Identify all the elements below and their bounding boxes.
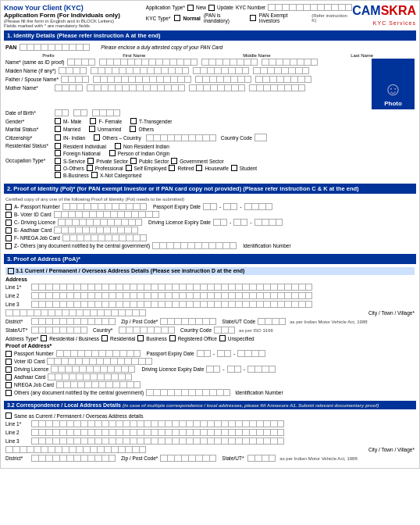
poa-passport-exp-d[interactable]: [197, 350, 211, 357]
passport-expiry-m[interactable]: [223, 203, 237, 210]
update-checkbox[interactable]: [208, 5, 215, 11]
normal-checkbox[interactable]: [174, 15, 180, 21]
maiden-prefix-input[interactable]: [59, 67, 87, 74]
pan-exempt-checkbox[interactable]: [250, 15, 256, 21]
housewife-checkbox[interactable]: [196, 165, 202, 171]
poa-aadhaar-checkbox[interactable]: [5, 374, 12, 380]
last-name-input[interactable]: [262, 59, 318, 66]
first-name-input[interactable]: [99, 59, 198, 66]
s-service-checkbox[interactable]: [55, 158, 61, 164]
dob-m1[interactable]: [73, 109, 87, 116]
driving-checkbox[interactable]: [5, 220, 12, 226]
aadhaar-checkbox[interactable]: [5, 227, 12, 234]
others-poi-checkbox[interactable]: [5, 243, 12, 249]
public-sector-checkbox[interactable]: [130, 158, 137, 164]
non-resident-checkbox[interactable]: [115, 143, 121, 149]
self-employed-checkbox[interactable]: [126, 165, 132, 171]
poa-others-input[interactable]: [146, 389, 230, 396]
addr-line2-input[interactable]: [31, 292, 312, 299]
driving-expiry-d[interactable]: [213, 219, 227, 226]
b-business-checkbox[interactable]: [55, 172, 61, 178]
district-input[interactable]: [31, 318, 116, 325]
person-indian-origin-checkbox[interactable]: [109, 150, 116, 156]
mother-middle-input[interactable]: [189, 84, 245, 91]
dob-d1[interactable]: [55, 109, 69, 116]
corr-line1-input[interactable]: [31, 420, 284, 427]
country-name-input[interactable]: [146, 134, 216, 141]
nrega-checkbox[interactable]: [5, 235, 12, 241]
nrega-input[interactable]: [62, 234, 147, 241]
passport-expiry-y[interactable]: [244, 203, 272, 210]
addr-line3-input[interactable]: [31, 301, 312, 308]
state-input[interactable]: [31, 327, 87, 334]
corr-line2-input[interactable]: [31, 429, 284, 436]
pan-input[interactable]: [20, 44, 90, 51]
x-not-checkbox[interactable]: [91, 172, 98, 178]
state-ut-code-input[interactable]: [258, 318, 286, 325]
corr-district-input[interactable]: [31, 455, 116, 462]
mother-last-input[interactable]: [249, 84, 305, 91]
country-code-input[interactable]: [254, 134, 267, 141]
same-as-checkbox[interactable]: [5, 412, 12, 419]
poa-driving-exp-y[interactable]: [247, 366, 276, 373]
in-indian-checkbox[interactable]: [55, 134, 61, 141]
section3-1-checkbox[interactable]: [8, 268, 14, 274]
poa-voter-input[interactable]: [47, 358, 152, 365]
resident-individual-checkbox[interactable]: [55, 143, 61, 149]
father-middle-input[interactable]: [195, 76, 251, 83]
foreign-national-checkbox[interactable]: [55, 150, 61, 156]
corr-state-input[interactable]: [247, 455, 276, 462]
middle-name-input[interactable]: [201, 59, 258, 66]
dob-y1[interactable]: [92, 109, 120, 116]
professional-checkbox[interactable]: [87, 165, 93, 171]
others-marital-checkbox[interactable]: [130, 126, 136, 132]
driving-expiry-y[interactable]: [254, 219, 283, 226]
aadhaar-input[interactable]: [54, 227, 138, 234]
passport-checkbox[interactable]: [5, 204, 12, 210]
unspecified-checkbox[interactable]: [219, 335, 226, 341]
passport-number-input[interactable]: [62, 203, 147, 210]
residential-only-checkbox[interactable]: [101, 335, 108, 341]
unmarried-checkbox[interactable]: [89, 126, 95, 132]
maiden-name-input[interactable]: [91, 67, 189, 74]
retired-checkbox[interactable]: [169, 165, 175, 171]
others-country-checkbox[interactable]: [94, 134, 100, 141]
registered-office-checkbox[interactable]: [169, 335, 176, 341]
poa-driving-exp-d[interactable]: [206, 366, 220, 373]
poa-voter-checkbox[interactable]: [5, 359, 12, 365]
mother-name-input[interactable]: [87, 84, 185, 91]
city-input[interactable]: [5, 309, 366, 316]
poa-passport-input[interactable]: [56, 350, 141, 357]
poa-driving-checkbox[interactable]: [5, 366, 12, 373]
poa-others-checkbox[interactable]: [5, 390, 12, 396]
poa-nrega-input[interactable]: [56, 381, 141, 388]
others-input[interactable]: [152, 242, 237, 249]
prefix-input[interactable]: [67, 59, 95, 66]
maiden-middle-input[interactable]: [193, 67, 249, 74]
poa-passport-exp-m[interactable]: [217, 350, 231, 357]
zip-input[interactable]: [160, 318, 216, 325]
father-name-input[interactable]: [93, 76, 191, 83]
female-checkbox[interactable]: [90, 118, 96, 124]
private-sector-checkbox[interactable]: [87, 158, 94, 164]
o-others-checkbox[interactable]: [55, 165, 61, 171]
voter-input[interactable]: [54, 211, 159, 218]
transgender-checkbox[interactable]: [130, 118, 137, 124]
married-checkbox[interactable]: [55, 126, 61, 132]
corr-line3-input[interactable]: [31, 438, 284, 445]
residential-biz-checkbox[interactable]: [41, 335, 47, 341]
maiden-last-input[interactable]: [253, 67, 309, 74]
corr-zip-input[interactable]: [160, 455, 216, 462]
poa-driving-exp-m[interactable]: [227, 366, 241, 373]
poa-nrega-checkbox[interactable]: [5, 382, 12, 388]
kyc-number-input[interactable]: [268, 4, 352, 11]
government-sector-checkbox[interactable]: [171, 158, 177, 164]
voter-checkbox[interactable]: [5, 212, 12, 218]
father-prefix-input[interactable]: [61, 76, 89, 83]
passport-expiry-input[interactable]: [203, 203, 217, 210]
father-last-input[interactable]: [255, 76, 311, 83]
country-code-poa-input[interactable]: [214, 327, 235, 334]
poa-passport-exp-y[interactable]: [237, 350, 265, 357]
business-only-checkbox[interactable]: [137, 335, 144, 341]
corr-city-input[interactable]: [5, 446, 366, 453]
